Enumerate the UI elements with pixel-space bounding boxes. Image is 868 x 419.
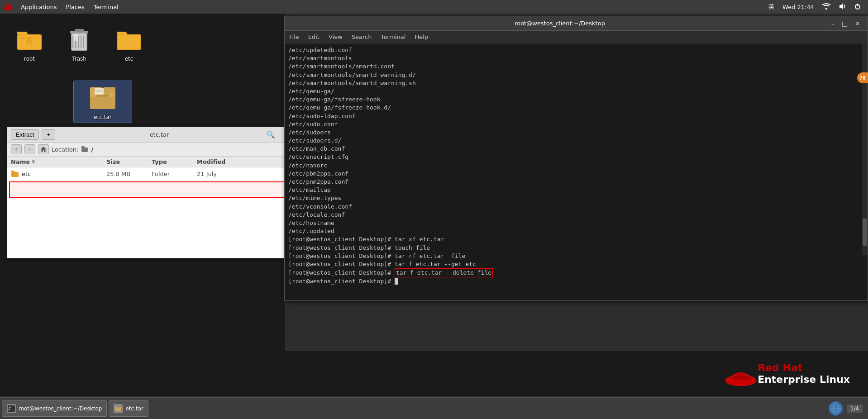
- terminal-line-6: /etc/qemu-ga/: [288, 87, 864, 95]
- terminal-line-16: /etc/pbm2ppa.conf: [288, 170, 864, 178]
- power-icon[interactable]: [852, 3, 863, 11]
- desktop-icon-root[interactable]: root: [9, 23, 50, 64]
- redhat-logo-group: Red Hat Enterprise Linux: [725, 362, 850, 386]
- etctar-icon: [88, 83, 117, 112]
- root-folder-icon: [15, 25, 44, 54]
- file-type-etc: Folder: [152, 171, 197, 177]
- terminal-line-11: /etc/sudoers: [288, 129, 864, 137]
- network-icon[interactable]: [820, 3, 833, 11]
- tmenu-view[interactable]: View: [324, 31, 347, 43]
- menu-applications[interactable]: Applications: [16, 0, 61, 14]
- terminal-line-22: /etc/hostname: [288, 219, 864, 227]
- tmenu-search[interactable]: Search: [347, 31, 377, 43]
- terminal-cmd-prompt: [root@westos_client Desktop]#: [288, 277, 864, 286]
- col-header-size[interactable]: Size: [106, 158, 152, 165]
- taskbar-terminal-icon: [7, 404, 16, 413]
- terminal-cursor: [395, 278, 398, 285]
- terminal-cmd-4: [root@westos_client Desktop]# tar f etc.…: [288, 260, 864, 268]
- notification-indicator[interactable]: 78: [857, 72, 868, 83]
- redhat-branding-area: Red Hat Enterprise Linux: [284, 351, 868, 396]
- menu-places[interactable]: Places: [61, 0, 89, 14]
- terminal-line-12: /etc/sudoers.d/: [288, 137, 864, 145]
- location-path: /: [91, 146, 93, 153]
- extract-button[interactable]: Extract: [11, 129, 39, 140]
- terminal-line-8: /etc/qemu-ga/fsfreeze-hook.d/: [288, 104, 864, 112]
- location-label: Location:: [52, 146, 78, 153]
- etctar-icon-label: etc.tar: [94, 114, 112, 120]
- col-header-name[interactable]: Name ▼: [11, 158, 106, 165]
- terminal-line-3: /etc/smartmontools/smartd.conf: [288, 62, 864, 71]
- terminal-line-9: /etc/sudo-ldap.conf: [288, 112, 864, 120]
- terminal-scrollbar-thumb[interactable]: [863, 219, 867, 246]
- tmenu-help[interactable]: Help: [410, 31, 433, 43]
- terminal-controls: – □ ✕: [830, 20, 862, 27]
- desktop-icon-area: root Trash: [0, 14, 285, 105]
- svg-marker-3: [839, 3, 843, 10]
- redhat-logo-icon: [3, 1, 14, 12]
- terminal-line-15: /etc/nanorc: [288, 162, 864, 170]
- taskbar-globe-icon[interactable]: [829, 401, 843, 416]
- terminal-maximize-button[interactable]: □: [840, 20, 849, 27]
- tmenu-edit[interactable]: Edit: [304, 31, 324, 43]
- taskbar: root@westos_client:~/Desktop etc.tar 1/4: [0, 397, 868, 419]
- terminal-menubar: File Edit View Search Terminal Help: [285, 31, 868, 43]
- terminal-body[interactable]: /etc/updatedb.conf /etc/smartmontools /e…: [285, 43, 868, 300]
- svg-rect-31: [81, 148, 88, 152]
- terminal-line-13: /etc/man_db.conf: [288, 145, 864, 153]
- file-name-etc: etc: [11, 170, 106, 177]
- svg-rect-23: [118, 35, 140, 49]
- menu-terminal[interactable]: Terminal: [89, 0, 123, 14]
- tmenu-terminal[interactable]: Terminal: [376, 31, 410, 43]
- terminal-line-14: /etc/enscript.cfg: [288, 153, 864, 161]
- tmenu-file[interactable]: File: [285, 31, 304, 43]
- col-header-type[interactable]: Type: [152, 158, 197, 165]
- back-button[interactable]: ‹: [11, 144, 22, 154]
- location-bar: ‹ › Location: /: [7, 143, 296, 157]
- add-button[interactable]: +: [42, 129, 55, 140]
- col-header-modified[interactable]: Modified: [197, 158, 292, 165]
- etc-folder-icon: [114, 25, 143, 54]
- terminal-titlebar: root@westos_client:~/Desktop – □ ✕: [285, 16, 868, 31]
- terminal-cmd-5: [root@westos_client Desktop]# tar f etc.…: [288, 268, 864, 277]
- file-list-body: etc 25.8 MB Folder 21 July: [7, 167, 296, 258]
- desktop-icon-etctar[interactable]: etc.tar: [73, 81, 132, 123]
- volume-icon[interactable]: [836, 3, 848, 11]
- file-row-etc[interactable]: etc 25.8 MB Folder 21 July: [7, 167, 296, 181]
- terminal-window: root@westos_client:~/Desktop – □ ✕ File …: [284, 16, 868, 301]
- home-button[interactable]: [38, 144, 49, 154]
- trash-icon-label: Trash: [72, 56, 86, 62]
- terminal-line-10: /etc/sudo.conf: [288, 120, 864, 129]
- terminal-line-19: /etc/mime.types: [288, 194, 864, 202]
- forward-button[interactable]: ›: [24, 144, 35, 154]
- svg-point-2: [826, 8, 827, 9]
- redhat-hat-icon: [725, 362, 752, 385]
- desktop-icon-etc[interactable]: etc: [109, 23, 149, 64]
- archive-toolbar: Extract + etc.tar 🔍 ☰: [7, 127, 296, 143]
- archive-title: etc.tar: [58, 131, 261, 138]
- svg-point-0: [4, 6, 12, 10]
- terminal-line-5: /etc/smartmontools/smartd_warning.sh: [288, 79, 864, 87]
- taskbar-item-terminal[interactable]: root@westos_client:~/Desktop: [2, 400, 107, 417]
- clock: Wed 21:44: [780, 4, 816, 10]
- page-indicator: 1/4: [847, 405, 863, 413]
- taskbar-archive-label: etc.tar: [125, 405, 143, 412]
- empty-row-highlighted: [9, 181, 294, 198]
- svg-rect-32: [11, 172, 19, 177]
- menubar-right: 英 Wed 21:44: [766, 3, 868, 11]
- root-icon-label: root: [24, 56, 35, 62]
- top-menubar: Applications Places Terminal 英 Wed 21:44: [0, 0, 868, 14]
- taskbar-item-archive[interactable]: etc.tar: [109, 400, 148, 417]
- terminal-close-button[interactable]: ✕: [853, 20, 862, 27]
- highlighted-command: tar f etc.tar --delete file: [395, 268, 493, 277]
- terminal-line-7: /etc/qemu-ga/fsfreeze-hook: [288, 95, 864, 104]
- terminal-minimize-button[interactable]: –: [830, 20, 836, 27]
- etc-icon-label: etc: [125, 56, 134, 62]
- desktop-icon-trash[interactable]: Trash: [59, 23, 100, 64]
- search-button[interactable]: 🔍: [263, 129, 278, 140]
- svg-marker-30: [41, 147, 46, 152]
- svg-rect-20: [75, 29, 84, 32]
- terminal-cmd-3: [root@westos_client Desktop]# tar rf etc…: [288, 252, 864, 260]
- terminal-line-4: /etc/smartmontools/smartd_warning.d/: [288, 71, 864, 79]
- language-indicator[interactable]: 英: [766, 3, 777, 11]
- taskbar-terminal-label: root@westos_client:~/Desktop: [19, 405, 102, 412]
